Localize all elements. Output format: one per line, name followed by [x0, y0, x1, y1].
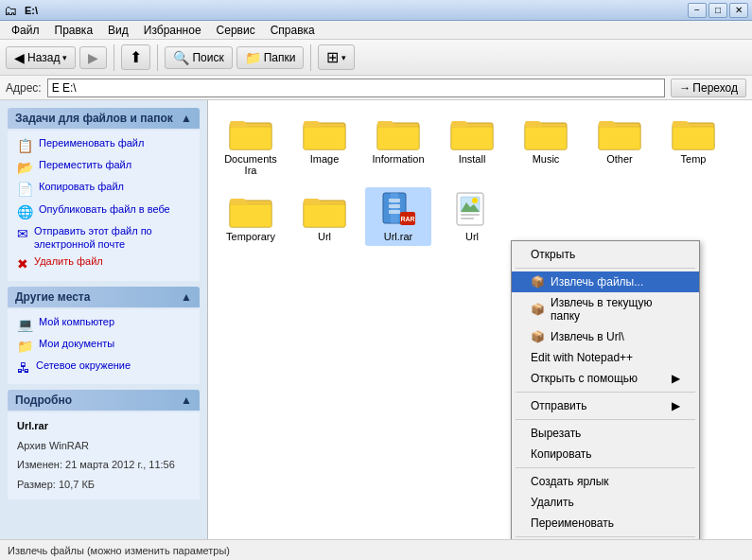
back-button[interactable]: ◀ Назад ▾ — [6, 46, 76, 69]
folder-icon — [597, 114, 642, 151]
go-button[interactable]: → Переход — [671, 79, 746, 97]
forward-button[interactable]: ▶ — [79, 46, 107, 69]
publish-label: Опубликовать файл в вебе — [39, 202, 170, 216]
search-label: Поиск — [192, 51, 223, 64]
close-button[interactable]: ✕ — [729, 3, 748, 18]
svg-rect-2 — [230, 127, 271, 149]
svg-rect-39 — [389, 199, 400, 202]
cm-create-shortcut[interactable]: Создать ярлык — [512, 471, 699, 492]
sidebar-link-mycomputer[interactable]: 💻 Мой компьютер — [17, 313, 192, 335]
up-button[interactable]: ⬆ — [121, 44, 150, 70]
computer-icon: 💻 — [17, 316, 33, 333]
svg-rect-14 — [451, 127, 493, 149]
search-button[interactable]: 🔍 Поиск — [165, 46, 232, 69]
menu-edit[interactable]: Правка — [47, 22, 101, 39]
mydocs-label: Мои документы — [39, 337, 114, 350]
sidebar-link-email[interactable]: ✉ Отправить этот файл по электронной поч… — [17, 222, 192, 254]
cm-separator-5 — [516, 536, 695, 537]
address-input[interactable] — [47, 79, 666, 97]
places-section-content: 💻 Мой компьютер 📁 Мои документы 🖧 Сетево… — [8, 309, 200, 385]
cm-separator-3 — [516, 419, 695, 420]
cm-extract-here-label: Извлечь в текущую папку — [551, 296, 680, 323]
cm-create-shortcut-label: Создать ярлык — [531, 475, 609, 488]
addressbar: Адрес: → Переход — [0, 76, 752, 100]
file-label: Url — [318, 231, 331, 242]
cm-rename[interactable]: Переименовать — [512, 513, 699, 534]
list-item[interactable]: Documents Ira — [218, 110, 284, 180]
list-item[interactable]: Music — [513, 110, 579, 180]
file-label: Documents Ira — [221, 153, 280, 176]
cm-delete[interactable]: Удалить — [512, 492, 699, 513]
mydocs-icon: 📁 — [17, 338, 33, 355]
folders-button[interactable]: 📁 Папки — [236, 46, 305, 69]
list-item[interactable]: Url — [291, 187, 358, 246]
list-item[interactable]: Temporary — [218, 187, 284, 246]
menu-view[interactable]: Вид — [100, 22, 136, 39]
sidebar-link-network[interactable]: 🖧 Сетевое окружение — [17, 357, 192, 378]
file-label: Url — [465, 231, 479, 242]
image-file-icon — [453, 191, 491, 229]
sidebar-link-mydocs[interactable]: 📁 Мои документы — [17, 335, 192, 357]
sidebar-link-rename[interactable]: 📋 Переименовать файл — [17, 134, 192, 156]
move-label: Переместить файл — [39, 158, 131, 171]
places-section-header[interactable]: Другие места ▲ — [8, 287, 200, 307]
list-item[interactable]: Url — [439, 187, 505, 246]
cm-extract-to-label: Извлечь в Url\ — [551, 330, 624, 343]
minimize-button[interactable]: − — [688, 3, 707, 18]
sidebar-link-delete[interactable]: ✖ Удалить файл — [17, 253, 192, 274]
list-item[interactable]: RAR Url.rar — [365, 187, 431, 246]
list-item[interactable]: Install — [439, 110, 505, 180]
sidebar-link-move[interactable]: 📂 Переместить файл — [17, 156, 192, 178]
cm-edit-notepad[interactable]: Edit with Notepad++ — [512, 347, 699, 368]
cm-open[interactable]: Открыть — [512, 244, 699, 265]
statusbar-text: Извлечь файлы (можно изменить параметры) — [8, 545, 230, 556]
rar-icon-2: 📦 — [531, 303, 545, 316]
cm-copy[interactable]: Копировать — [512, 444, 699, 464]
cm-extract[interactable]: 📦 Извлечь файлы... — [512, 271, 699, 292]
svg-rect-48 — [461, 214, 480, 216]
toolbar-separator-3 — [310, 44, 311, 71]
list-item[interactable]: Other — [586, 110, 653, 180]
cm-extract-to[interactable]: 📦 Извлечь в Url\ — [512, 326, 699, 347]
detail-size: Размер: 10,7 КБ — [17, 475, 192, 495]
toolbar: ◀ Назад ▾ ▶ ⬆ 🔍 Поиск 📁 Папки ⊞ ▾ — [0, 40, 752, 76]
list-item[interactable]: Image — [291, 110, 358, 180]
details-section-header[interactable]: Подробно ▲ — [8, 390, 200, 411]
sidebar-link-publish[interactable]: 🌐 Опубликовать файл в вебе — [17, 201, 192, 222]
cm-open-with[interactable]: Открыть с помощью ▶ — [512, 368, 699, 389]
cm-edit-notepad-label: Edit with Notepad++ — [531, 351, 633, 364]
folder-icon — [302, 191, 347, 229]
cm-separator-2 — [516, 392, 695, 393]
file-area[interactable]: Documents Ira Image — [208, 100, 752, 539]
cm-cut[interactable]: Вырезать — [512, 423, 699, 444]
maximize-button[interactable]: □ — [708, 3, 727, 18]
tasks-section-header[interactable]: Задачи для файлов и папок ▲ — [8, 108, 200, 129]
delete-sidebar-label: Удалить файл — [34, 254, 103, 268]
details-header-label: Подробно — [15, 394, 72, 407]
view-button[interactable]: ⊞ ▾ — [318, 44, 355, 70]
email-label: Отправить этот файл по электронной почте — [34, 224, 192, 252]
cm-send-to[interactable]: Отправить ▶ — [512, 395, 699, 416]
window-icon: 🗂 — [4, 3, 17, 18]
menu-favorites[interactable]: Избранное — [136, 22, 209, 39]
copy-label: Копировать файл — [39, 180, 124, 193]
cm-extract-here[interactable]: 📦 Извлечь в текущую папку — [512, 292, 699, 326]
folder-icon — [228, 191, 273, 229]
detail-filename: Url.rar — [17, 416, 192, 436]
files-grid: Documents Ira Image — [218, 110, 743, 246]
go-label: Переход — [692, 81, 738, 95]
menu-tools[interactable]: Сервис — [209, 22, 263, 39]
folder-icon — [449, 114, 495, 151]
sidebar-link-copy[interactable]: 📄 Копировать файл — [17, 178, 192, 200]
cm-delete-label: Удалить — [531, 496, 574, 509]
menu-file[interactable]: Файл — [4, 22, 47, 39]
menu-help[interactable]: Справка — [263, 22, 323, 39]
file-label: Music — [533, 153, 560, 165]
context-menu: Открыть 📦 Извлечь файлы... 📦 Извлечь в т… — [511, 240, 700, 539]
folder-icon — [523, 114, 568, 151]
list-item[interactable]: Information — [365, 110, 431, 180]
email-icon: ✉ — [17, 225, 28, 242]
list-item[interactable]: Temp — [660, 110, 726, 180]
tasks-section-content: 📋 Переименовать файл 📂 Переместить файл … — [8, 131, 200, 281]
submenu-arrow-icon: ▶ — [672, 372, 680, 385]
